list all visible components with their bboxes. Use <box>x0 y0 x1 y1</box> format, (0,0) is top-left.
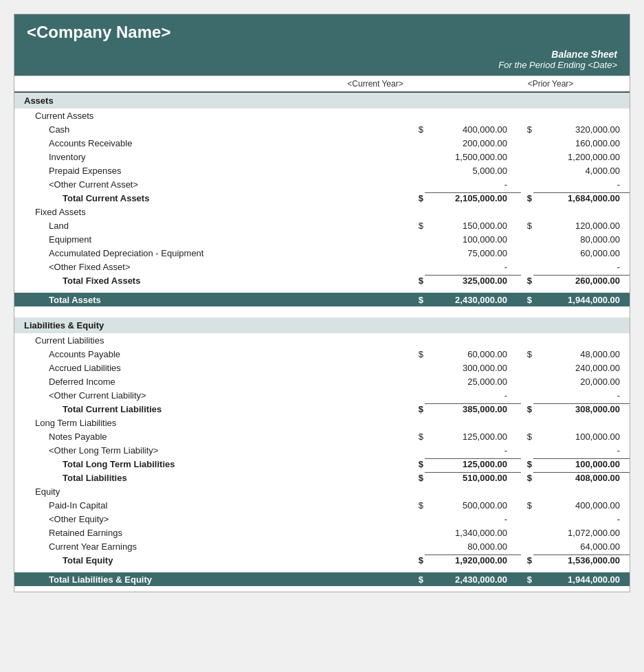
row-label: <Other Current Asset> <box>14 179 412 190</box>
table-row: Inventory1,500,000.001,200,000.00 <box>14 150 630 164</box>
value-cy: 25,000.00 <box>425 377 521 387</box>
row-label: Accumulated Depreciation - Equipment <box>14 248 412 258</box>
table-row: Deferred Income25,000.0020,000.00 <box>14 374 630 388</box>
table-row: Cash$400,000.00$320,000.00 <box>14 122 630 136</box>
value-cy: 200,000.00 <box>425 138 521 148</box>
table-row: Total Fixed Assets$325,000.00$260,000.00 <box>14 273 630 287</box>
dollar-sign-cy: $ <box>412 124 425 135</box>
spacer <box>14 312 630 317</box>
report-subtitle: For the Period Ending <Date> <box>27 60 617 70</box>
row-label: Total Long Term Liabilities <box>14 459 412 469</box>
report-title: Balance Sheet <box>27 49 617 60</box>
value-cy: 2,430,000.00 <box>425 295 521 305</box>
value-py: 100,000.00 <box>533 458 630 469</box>
value-py: - <box>533 390 630 401</box>
spacer <box>14 287 630 293</box>
dollar-sign-cy: $ <box>412 193 425 203</box>
value-cy: - <box>425 390 521 401</box>
row-label: Total Current Assets <box>14 193 412 203</box>
value-py: 80,000.00 <box>533 234 630 245</box>
dollar-sign-py: $ <box>521 555 533 565</box>
subsection-label: Current Liabilities <box>14 333 630 347</box>
row-label: Accounts Payable <box>14 349 412 359</box>
value-py: 20,000.00 <box>533 377 630 387</box>
value-cy: - <box>425 262 521 272</box>
value-cy: 125,000.00 <box>425 432 521 442</box>
row-label: Current Year Earnings <box>14 541 412 552</box>
value-py: 408,000.00 <box>533 472 630 483</box>
row-label: Total Assets <box>14 295 412 305</box>
row-label: Total Current Liabilities <box>14 404 412 414</box>
section-header: Liabilities & Equity <box>14 317 630 333</box>
table-row: Accumulated Depreciation - Equipment75,0… <box>14 246 630 260</box>
dollar-sign-py: $ <box>521 404 533 414</box>
value-py: 320,000.00 <box>533 124 630 135</box>
row-label: Notes Payable <box>14 432 412 442</box>
section-header: Assets <box>14 93 630 109</box>
value-cy: 2,105,000.00 <box>425 192 521 203</box>
table-row: Total Current Liabilities$385,000.00$308… <box>14 402 630 416</box>
dollar-sign-cy: $ <box>412 500 425 511</box>
dollar-sign-cy: $ <box>412 276 425 286</box>
dollar-sign-cy: $ <box>412 349 425 359</box>
value-cy: 5,000.00 <box>425 166 521 176</box>
row-label: Accounts Receivable <box>14 138 412 148</box>
table-row: Current Year Earnings80,000.0064,000.00 <box>14 539 630 553</box>
subsection-label: Current Assets <box>14 109 630 122</box>
dollar-sign-cy: $ <box>412 404 425 414</box>
table-row: Retained Earnings1,340,000.001,072,000.0… <box>14 526 630 539</box>
header-top: <Company Name> <box>14 14 630 46</box>
table-row: <Other Current Liability>-- <box>14 388 630 402</box>
table-row: Prepaid Expenses5,000.004,000.00 <box>14 164 630 177</box>
table-row: Total Assets$2,430,000.00$1,944,000.00 <box>14 293 630 306</box>
value-cy: 510,000.00 <box>425 472 521 483</box>
row-label: Total Liabilities <box>14 473 412 483</box>
dollar-sign-py: $ <box>521 432 533 442</box>
table-row: Equipment100,000.0080,000.00 <box>14 232 630 246</box>
value-py: - <box>533 514 630 524</box>
table-row: Total Liabilities & Equity$2,430,000.00$… <box>14 572 630 586</box>
dollar-sign-py: $ <box>521 349 533 359</box>
value-py: 1,200,000.00 <box>533 152 630 162</box>
value-cy: 2,430,000.00 <box>425 574 521 585</box>
value-py: 4,000.00 <box>533 166 630 176</box>
row-label: <Other Equity> <box>14 514 412 524</box>
row-label: Land <box>14 221 412 231</box>
dollar-sign-cy: $ <box>412 221 425 231</box>
value-cy: 385,000.00 <box>425 403 521 414</box>
table-row: <Other Equity>-- <box>14 512 630 526</box>
dollar-sign-py: $ <box>521 124 533 135</box>
value-py: - <box>533 445 630 456</box>
value-cy: 1,340,000.00 <box>425 528 521 538</box>
dollar-sign-cy: $ <box>412 574 425 585</box>
value-py: 1,944,000.00 <box>533 574 630 585</box>
row-label: Inventory <box>14 152 412 162</box>
table-row: Total Long Term Liabilities$125,000.00$1… <box>14 457 630 471</box>
value-py: 1,536,000.00 <box>533 555 630 565</box>
table-row: Total Liabilities$510,000.00$408,000.00 <box>14 471 630 484</box>
row-label: Total Fixed Assets <box>14 276 412 286</box>
dollar-sign-cy: $ <box>412 295 425 305</box>
subsection-label: Equity <box>14 484 630 498</box>
value-cy: 125,000.00 <box>425 458 521 469</box>
value-py: 308,000.00 <box>533 403 630 414</box>
value-cy: - <box>425 445 521 456</box>
header-right: Balance Sheet For the Period Ending <Dat… <box>14 46 630 76</box>
value-cy: - <box>425 179 521 190</box>
table-row: Accrued Liabilities300,000.00240,000.00 <box>14 361 630 374</box>
value-cy: 500,000.00 <box>425 500 521 511</box>
row-label: Total Equity <box>14 555 412 565</box>
table-row: Accounts Payable$60,000.00$48,000.00 <box>14 347 630 361</box>
value-cy: 1,920,000.00 <box>425 555 521 565</box>
table-row: Total Equity$1,920,000.00$1,536,000.00 <box>14 553 630 567</box>
value-py: 1,684,000.00 <box>533 192 630 203</box>
dollar-sign-cy: $ <box>412 459 425 469</box>
table-row: Accounts Receivable200,000.00160,000.00 <box>14 136 630 150</box>
dollar-sign-py: $ <box>521 574 533 585</box>
row-label: Equipment <box>14 234 412 245</box>
spacer <box>14 586 630 592</box>
value-py: 48,000.00 <box>533 349 630 359</box>
spacer <box>14 306 630 312</box>
table-row: <Other Fixed Asset>-- <box>14 260 630 273</box>
col-header-cy: <Current Year> <box>279 79 471 89</box>
